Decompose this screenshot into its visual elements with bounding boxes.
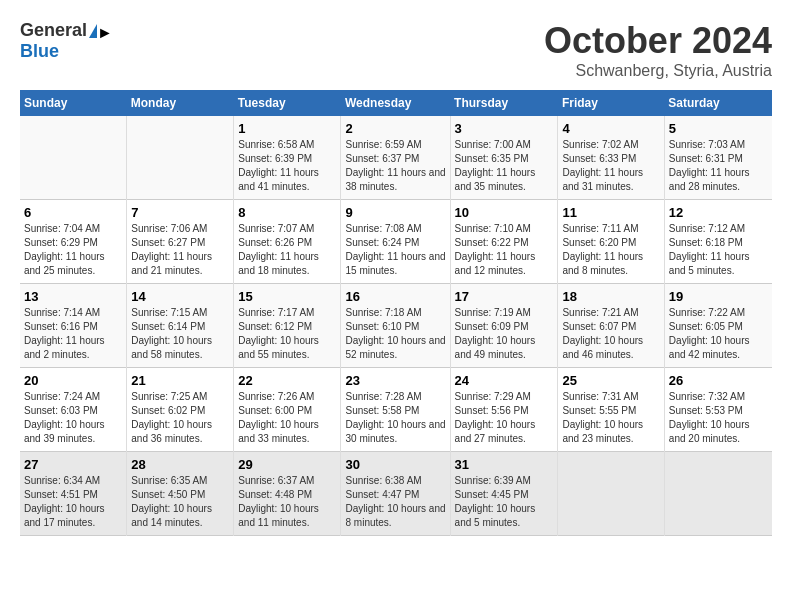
calendar-cell: 21Sunrise: 7:25 AM Sunset: 6:02 PM Dayli… bbox=[127, 368, 234, 452]
day-number: 13 bbox=[24, 289, 122, 304]
day-number: 2 bbox=[345, 121, 445, 136]
calendar-cell bbox=[664, 452, 772, 536]
day-number: 7 bbox=[131, 205, 229, 220]
header: General ► Blue October 2024 Schwanberg, … bbox=[20, 20, 772, 80]
calendar-cell: 11Sunrise: 7:11 AM Sunset: 6:20 PM Dayli… bbox=[558, 200, 664, 284]
day-number: 12 bbox=[669, 205, 768, 220]
logo-icon: ► bbox=[89, 24, 97, 38]
day-number: 5 bbox=[669, 121, 768, 136]
logo: General ► Blue bbox=[20, 20, 97, 62]
day-info: Sunrise: 7:29 AM Sunset: 5:56 PM Dayligh… bbox=[455, 390, 554, 446]
days-header-row: SundayMondayTuesdayWednesdayThursdayFrid… bbox=[20, 90, 772, 116]
day-number: 19 bbox=[669, 289, 768, 304]
day-info: Sunrise: 6:58 AM Sunset: 6:39 PM Dayligh… bbox=[238, 138, 336, 194]
day-number: 14 bbox=[131, 289, 229, 304]
calendar-cell: 25Sunrise: 7:31 AM Sunset: 5:55 PM Dayli… bbox=[558, 368, 664, 452]
day-info: Sunrise: 7:31 AM Sunset: 5:55 PM Dayligh… bbox=[562, 390, 659, 446]
week-row-4: 20Sunrise: 7:24 AM Sunset: 6:03 PM Dayli… bbox=[20, 368, 772, 452]
day-number: 30 bbox=[345, 457, 445, 472]
day-info: Sunrise: 7:22 AM Sunset: 6:05 PM Dayligh… bbox=[669, 306, 768, 362]
day-number: 1 bbox=[238, 121, 336, 136]
calendar-cell: 15Sunrise: 7:17 AM Sunset: 6:12 PM Dayli… bbox=[234, 284, 341, 368]
day-number: 21 bbox=[131, 373, 229, 388]
day-number: 22 bbox=[238, 373, 336, 388]
day-header-sunday: Sunday bbox=[20, 90, 127, 116]
day-number: 18 bbox=[562, 289, 659, 304]
calendar-cell: 22Sunrise: 7:26 AM Sunset: 6:00 PM Dayli… bbox=[234, 368, 341, 452]
day-header-monday: Monday bbox=[127, 90, 234, 116]
day-header-wednesday: Wednesday bbox=[341, 90, 450, 116]
day-info: Sunrise: 7:26 AM Sunset: 6:00 PM Dayligh… bbox=[238, 390, 336, 446]
day-number: 29 bbox=[238, 457, 336, 472]
day-info: Sunrise: 7:08 AM Sunset: 6:24 PM Dayligh… bbox=[345, 222, 445, 278]
location-subtitle: Schwanberg, Styria, Austria bbox=[544, 62, 772, 80]
day-info: Sunrise: 7:14 AM Sunset: 6:16 PM Dayligh… bbox=[24, 306, 122, 362]
day-header-saturday: Saturday bbox=[664, 90, 772, 116]
calendar-cell: 10Sunrise: 7:10 AM Sunset: 6:22 PM Dayli… bbox=[450, 200, 558, 284]
day-info: Sunrise: 7:24 AM Sunset: 6:03 PM Dayligh… bbox=[24, 390, 122, 446]
calendar-cell: 1Sunrise: 6:58 AM Sunset: 6:39 PM Daylig… bbox=[234, 116, 341, 200]
calendar-cell: 18Sunrise: 7:21 AM Sunset: 6:07 PM Dayli… bbox=[558, 284, 664, 368]
calendar-cell: 6Sunrise: 7:04 AM Sunset: 6:29 PM Daylig… bbox=[20, 200, 127, 284]
day-info: Sunrise: 7:00 AM Sunset: 6:35 PM Dayligh… bbox=[455, 138, 554, 194]
day-number: 4 bbox=[562, 121, 659, 136]
day-info: Sunrise: 6:35 AM Sunset: 4:50 PM Dayligh… bbox=[131, 474, 229, 530]
calendar-cell bbox=[20, 116, 127, 200]
day-info: Sunrise: 6:37 AM Sunset: 4:48 PM Dayligh… bbox=[238, 474, 336, 530]
week-row-2: 6Sunrise: 7:04 AM Sunset: 6:29 PM Daylig… bbox=[20, 200, 772, 284]
day-number: 23 bbox=[345, 373, 445, 388]
day-info: Sunrise: 7:11 AM Sunset: 6:20 PM Dayligh… bbox=[562, 222, 659, 278]
day-header-thursday: Thursday bbox=[450, 90, 558, 116]
day-info: Sunrise: 7:15 AM Sunset: 6:14 PM Dayligh… bbox=[131, 306, 229, 362]
day-number: 25 bbox=[562, 373, 659, 388]
calendar-cell: 27Sunrise: 6:34 AM Sunset: 4:51 PM Dayli… bbox=[20, 452, 127, 536]
calendar-cell: 20Sunrise: 7:24 AM Sunset: 6:03 PM Dayli… bbox=[20, 368, 127, 452]
day-number: 3 bbox=[455, 121, 554, 136]
day-info: Sunrise: 7:02 AM Sunset: 6:33 PM Dayligh… bbox=[562, 138, 659, 194]
day-number: 17 bbox=[455, 289, 554, 304]
calendar-cell: 26Sunrise: 7:32 AM Sunset: 5:53 PM Dayli… bbox=[664, 368, 772, 452]
day-info: Sunrise: 7:07 AM Sunset: 6:26 PM Dayligh… bbox=[238, 222, 336, 278]
calendar-cell: 8Sunrise: 7:07 AM Sunset: 6:26 PM Daylig… bbox=[234, 200, 341, 284]
day-info: Sunrise: 7:12 AM Sunset: 6:18 PM Dayligh… bbox=[669, 222, 768, 278]
day-number: 26 bbox=[669, 373, 768, 388]
day-number: 27 bbox=[24, 457, 122, 472]
day-info: Sunrise: 7:18 AM Sunset: 6:10 PM Dayligh… bbox=[345, 306, 445, 362]
day-info: Sunrise: 6:39 AM Sunset: 4:45 PM Dayligh… bbox=[455, 474, 554, 530]
calendar-cell: 29Sunrise: 6:37 AM Sunset: 4:48 PM Dayli… bbox=[234, 452, 341, 536]
calendar-cell bbox=[127, 116, 234, 200]
day-info: Sunrise: 7:06 AM Sunset: 6:27 PM Dayligh… bbox=[131, 222, 229, 278]
logo-general: General bbox=[20, 20, 87, 41]
month-title: October 2024 bbox=[544, 20, 772, 62]
calendar-cell: 2Sunrise: 6:59 AM Sunset: 6:37 PM Daylig… bbox=[341, 116, 450, 200]
day-info: Sunrise: 7:32 AM Sunset: 5:53 PM Dayligh… bbox=[669, 390, 768, 446]
day-number: 15 bbox=[238, 289, 336, 304]
week-row-3: 13Sunrise: 7:14 AM Sunset: 6:16 PM Dayli… bbox=[20, 284, 772, 368]
day-number: 28 bbox=[131, 457, 229, 472]
day-info: Sunrise: 7:19 AM Sunset: 6:09 PM Dayligh… bbox=[455, 306, 554, 362]
day-info: Sunrise: 6:34 AM Sunset: 4:51 PM Dayligh… bbox=[24, 474, 122, 530]
calendar-cell: 13Sunrise: 7:14 AM Sunset: 6:16 PM Dayli… bbox=[20, 284, 127, 368]
day-number: 6 bbox=[24, 205, 122, 220]
day-number: 8 bbox=[238, 205, 336, 220]
calendar-cell: 19Sunrise: 7:22 AM Sunset: 6:05 PM Dayli… bbox=[664, 284, 772, 368]
day-number: 31 bbox=[455, 457, 554, 472]
calendar-cell: 5Sunrise: 7:03 AM Sunset: 6:31 PM Daylig… bbox=[664, 116, 772, 200]
calendar-cell: 4Sunrise: 7:02 AM Sunset: 6:33 PM Daylig… bbox=[558, 116, 664, 200]
day-info: Sunrise: 7:17 AM Sunset: 6:12 PM Dayligh… bbox=[238, 306, 336, 362]
calendar-cell bbox=[558, 452, 664, 536]
week-row-5: 27Sunrise: 6:34 AM Sunset: 4:51 PM Dayli… bbox=[20, 452, 772, 536]
day-info: Sunrise: 7:04 AM Sunset: 6:29 PM Dayligh… bbox=[24, 222, 122, 278]
day-header-friday: Friday bbox=[558, 90, 664, 116]
day-info: Sunrise: 6:59 AM Sunset: 6:37 PM Dayligh… bbox=[345, 138, 445, 194]
calendar-cell: 24Sunrise: 7:29 AM Sunset: 5:56 PM Dayli… bbox=[450, 368, 558, 452]
day-info: Sunrise: 7:10 AM Sunset: 6:22 PM Dayligh… bbox=[455, 222, 554, 278]
calendar-cell: 7Sunrise: 7:06 AM Sunset: 6:27 PM Daylig… bbox=[127, 200, 234, 284]
calendar-cell: 16Sunrise: 7:18 AM Sunset: 6:10 PM Dayli… bbox=[341, 284, 450, 368]
day-header-tuesday: Tuesday bbox=[234, 90, 341, 116]
calendar-table: SundayMondayTuesdayWednesdayThursdayFrid… bbox=[20, 90, 772, 536]
day-number: 16 bbox=[345, 289, 445, 304]
logo-blue: Blue bbox=[20, 41, 59, 62]
calendar-cell: 12Sunrise: 7:12 AM Sunset: 6:18 PM Dayli… bbox=[664, 200, 772, 284]
calendar-cell: 3Sunrise: 7:00 AM Sunset: 6:35 PM Daylig… bbox=[450, 116, 558, 200]
